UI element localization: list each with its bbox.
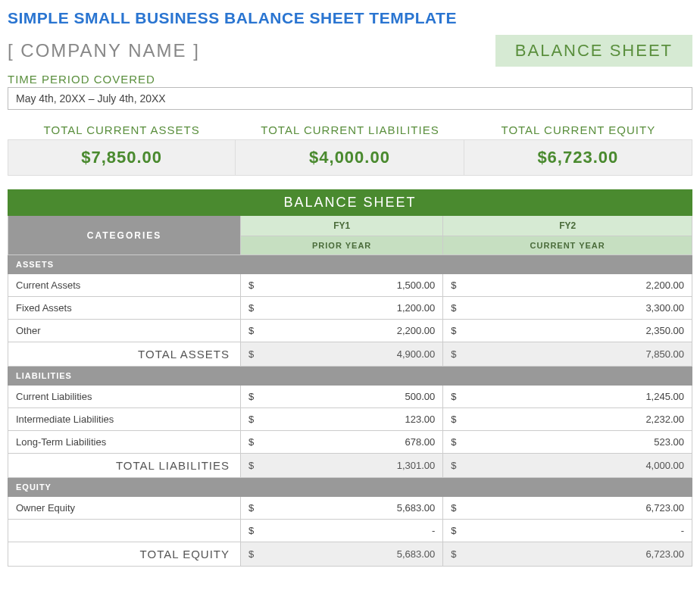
money-cell[interactable]: $123.00	[241, 408, 443, 431]
currency-symbol: $	[451, 525, 456, 536]
currency-symbol: $	[248, 414, 254, 425]
balance-sheet-tag: BALANCE SHEET	[495, 35, 692, 67]
currency-symbol: $	[248, 525, 254, 536]
currency-symbol: $	[248, 325, 254, 336]
money-cell[interactable]: $1,245.00	[443, 386, 692, 408]
section-total-label: TOTAL LIABILITIES	[8, 454, 241, 478]
currency-symbol: $	[248, 302, 254, 314]
total-assets-value: $7,850.00	[8, 139, 236, 176]
currency-symbol: $	[248, 279, 254, 291]
company-name: [ COMPANY NAME ]	[8, 40, 200, 61]
currency-symbol: $	[451, 548, 456, 560]
total-equity-value: $6,723.00	[464, 139, 692, 176]
section-total-label: TOTAL EQUITY	[8, 542, 241, 567]
row-label[interactable]	[8, 520, 241, 542]
total-liabilities-value: $4,000.00	[236, 139, 464, 176]
section-header: LIABILITIES	[8, 367, 692, 386]
section-total-label: TOTAL ASSETS	[8, 342, 241, 367]
currency-symbol: $	[451, 391, 456, 402]
money-cell[interactable]: $-	[241, 520, 443, 542]
categories-header: CATEGORIES	[8, 216, 241, 255]
row-label[interactable]: Fixed Assets	[8, 297, 241, 320]
money-cell[interactable]: $2,350.00	[443, 320, 692, 342]
header-row: [ COMPANY NAME ] BALANCE SHEET	[8, 35, 692, 67]
money-cell[interactable]: $6,723.00	[443, 542, 692, 567]
money-cell[interactable]: $523.00	[443, 431, 692, 454]
period-label: TIME PERIOD COVERED	[8, 73, 692, 86]
total-liabilities-label: TOTAL CURRENT LIABILITIES	[236, 123, 464, 136]
row-label[interactable]: Owner Equity	[8, 497, 241, 520]
currency-symbol: $	[451, 348, 456, 360]
totals-row: TOTAL CURRENT ASSETS $7,850.00 TOTAL CUR…	[8, 123, 692, 176]
currency-symbol: $	[451, 325, 456, 336]
currency-symbol: $	[451, 460, 456, 471]
row-label[interactable]: Intermediate Liabilities	[8, 408, 241, 431]
total-equity-summary: TOTAL CURRENT EQUITY $6,723.00	[464, 123, 692, 176]
money-cell[interactable]: $7,850.00	[443, 342, 692, 367]
currency-symbol: $	[248, 436, 254, 448]
section-header: ASSETS	[8, 255, 692, 274]
currency-symbol: $	[451, 414, 456, 425]
currency-symbol: $	[451, 302, 456, 314]
money-cell[interactable]: $4,000.00	[443, 454, 692, 478]
money-cell[interactable]: $2,200.00	[241, 320, 443, 342]
money-cell[interactable]: $5,683.00	[241, 497, 443, 520]
currency-symbol: $	[248, 348, 254, 360]
currency-symbol: $	[248, 502, 254, 514]
currency-symbol: $	[248, 548, 254, 560]
money-cell[interactable]: $2,200.00	[443, 274, 692, 297]
money-cell[interactable]: $6,723.00	[443, 497, 692, 520]
currency-symbol: $	[451, 279, 456, 291]
prior-year-header: PRIOR YEAR	[241, 236, 443, 255]
money-cell[interactable]: $5,683.00	[241, 542, 443, 567]
total-assets-label: TOTAL CURRENT ASSETS	[8, 123, 236, 136]
total-equity-label: TOTAL CURRENT EQUITY	[464, 123, 692, 136]
balance-sheet-table: BALANCE SHEET CATEGORIES FY1 FY2 PRIOR Y…	[8, 189, 692, 567]
money-cell[interactable]: $3,300.00	[443, 297, 692, 320]
currency-symbol: $	[451, 436, 456, 448]
page-title: SIMPLE SMALL BUSINESS BALANCE SHEET TEMP…	[8, 9, 692, 27]
fy2-header: FY2	[443, 216, 692, 236]
total-liabilities-summary: TOTAL CURRENT LIABILITIES $4,000.00	[236, 123, 464, 176]
section-header: EQUITY	[8, 478, 692, 497]
currency-symbol: $	[248, 460, 254, 471]
fy1-header: FY1	[241, 216, 443, 236]
money-cell[interactable]: $1,200.00	[241, 297, 443, 320]
money-cell[interactable]: $678.00	[241, 431, 443, 454]
currency-symbol: $	[451, 502, 456, 514]
money-cell[interactable]: $-	[443, 520, 692, 542]
row-label[interactable]: Current Liabilities	[8, 386, 241, 408]
money-cell[interactable]: $4,900.00	[241, 342, 443, 367]
money-cell[interactable]: $1,301.00	[241, 454, 443, 478]
currency-symbol: $	[248, 391, 254, 402]
period-input[interactable]: May 4th, 20XX – July 4th, 20XX	[8, 87, 692, 110]
money-cell[interactable]: $2,232.00	[443, 408, 692, 431]
money-cell[interactable]: $500.00	[241, 386, 443, 408]
sheet-banner: BALANCE SHEET	[8, 190, 692, 216]
current-year-header: CURRENT YEAR	[443, 236, 692, 255]
row-label[interactable]: Long-Term Liabilities	[8, 431, 241, 454]
total-assets-summary: TOTAL CURRENT ASSETS $7,850.00	[8, 123, 236, 176]
money-cell[interactable]: $1,500.00	[241, 274, 443, 297]
row-label[interactable]: Current Assets	[8, 274, 241, 297]
row-label[interactable]: Other	[8, 320, 241, 342]
